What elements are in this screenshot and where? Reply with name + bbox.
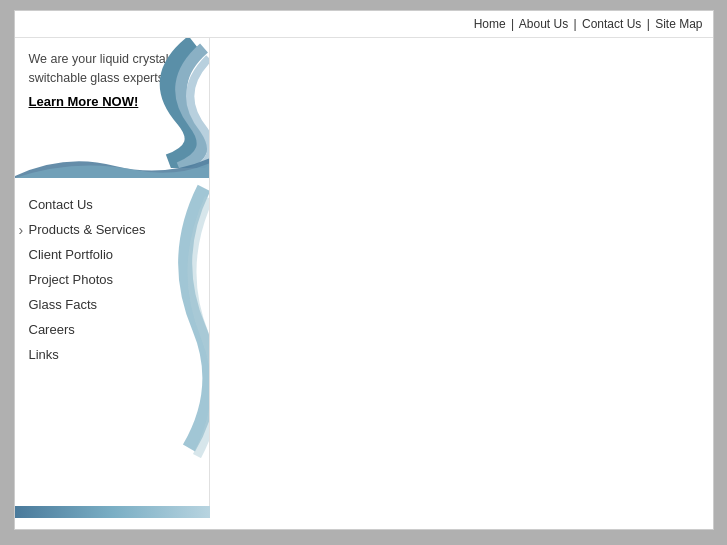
nav-about[interactable]: About Us [519, 17, 568, 31]
top-navigation: Home | About Us | Contact Us | Site Map [15, 11, 713, 38]
sidebar-item-contact-us[interactable]: Contact Us [15, 192, 209, 217]
nav-list: Contact Us Products & Services Client Po… [15, 192, 209, 367]
hero-area: We are your liquid crystal switchable gl… [15, 38, 209, 178]
nav-contact[interactable]: Contact Us [582, 17, 641, 31]
sidebar-item-client-portfolio[interactable]: Client Portfolio [15, 242, 209, 267]
sidebar-bottom-bar [15, 506, 210, 518]
sidebar-item-project-photos[interactable]: Project Photos [15, 267, 209, 292]
sidebar-item-glass-facts[interactable]: Glass Facts [15, 292, 209, 317]
sidebar-item-links[interactable]: Links [15, 342, 209, 367]
sidebar: We are your liquid crystal switchable gl… [15, 38, 210, 518]
nav-sep1: | [511, 17, 514, 31]
page-wrapper: Home | About Us | Contact Us | Site Map … [14, 10, 714, 530]
main-layout: We are your liquid crystal switchable gl… [15, 38, 713, 518]
sidebar-item-products-services[interactable]: Products & Services [15, 217, 209, 242]
sidebar-item-careers[interactable]: Careers [15, 317, 209, 342]
nav-home[interactable]: Home [474, 17, 506, 31]
hero-wave-bar [15, 148, 209, 178]
nav-sep2: | [574, 17, 577, 31]
sidebar-nav: Contact Us Products & Services Client Po… [15, 178, 209, 367]
nav-sep3: | [647, 17, 650, 31]
nav-sitemap[interactable]: Site Map [655, 17, 702, 31]
content-area [210, 38, 713, 518]
